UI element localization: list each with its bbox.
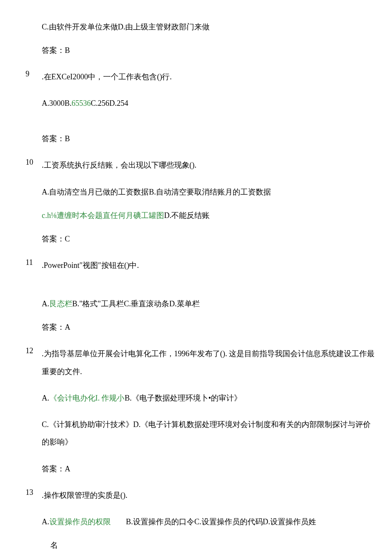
q12-opt-a: 《会计电办化I. 作规小 (49, 394, 125, 402)
q12-text: .为指导基层单位开展会计电算化工作，1996年发布了(). 这是目前指导我国会计… (42, 345, 375, 381)
text: 名 (50, 541, 58, 549)
q13-options: A.设置操作员的权限 B.设置操作员的口令C.设置操作员的代码D.设置操作员姓 (17, 516, 375, 528)
q12-answer: 答案：A (17, 463, 375, 475)
q10-number: 10 (26, 157, 42, 174)
q9-number: 9 (26, 68, 42, 86)
q12-stem: 12 .为指导基层单位开展会计电算化工作，1996年发布了(). 这是目前指导我… (17, 345, 375, 381)
q9-stem: 9 .在EXCeI2000中，一个工作表包含()行. (17, 68, 375, 86)
text: B.《电子数据处理环境卜•的审计》 (125, 394, 242, 402)
q12-options-ab: A.《会计电办化I. 作规小B.《电子数据处理环境卜•的审计》 (17, 392, 375, 404)
q13-options-cont: 名 (17, 540, 375, 551)
q12-options-cd: C.《计算机协助审汁技术》D.《电子计算机数据处理环境对会计制度和有关的内部限制… (17, 416, 375, 451)
q11-options: A.艮态栏B."格式"工具栏C.垂直滚动条D.菜单栏 (17, 298, 375, 310)
q9-options: A.3000B.65536C.256D.254 (17, 98, 375, 109)
text: 答案：B (42, 46, 70, 55)
text: C.《计算机协助审汁技术》D.《电子计算机数据处理环境对会计制度和有关的内部限制… (42, 420, 371, 446)
q11-opt-a: 艮态栏 (49, 299, 72, 308)
text: 答案：A (42, 323, 70, 331)
q12-number: 12 (26, 345, 42, 381)
q11-text: .PowerPoint″视图″按钮在()中. (42, 257, 375, 274)
text: B.设置操作员的口令C.设置操作员的代码D.设置操作员姓 (126, 517, 317, 526)
q11-answer: 答案：A (17, 322, 375, 333)
q9-answer: 答案：B (17, 133, 375, 145)
q10-options-cd: c.h⅛遭缠时本会题直任何月碘工罐图D.不能反结账 (17, 210, 375, 221)
spacer (17, 286, 375, 298)
text: C.256D.254 (91, 99, 128, 108)
q9-opt-b: 65536 (72, 99, 91, 108)
q10-stem: 10 .工资系统执行反结账，会出现以下哪些现象(). (17, 157, 375, 174)
q13-text: .操作权限管理的实质是(). (42, 487, 375, 504)
text: 答案：B (42, 134, 70, 143)
q9-text: .在EXCeI2000中，一个工作表包含()行. (42, 68, 375, 86)
q10-text: .工资系统执行反结账，会出现以下哪些现象(). (42, 157, 375, 174)
text: A.3000B. (42, 99, 72, 108)
q10-opt-d: D.不能反结账 (164, 211, 210, 220)
text: A. (42, 394, 49, 402)
q11-number: 11 (26, 257, 42, 274)
text: A.自动清空当月已做的工资数据B.自动清空要取消结账月的工资数据 (42, 188, 271, 196)
text: B."格式"工具栏C.垂直滚动条D.菜单栏 (72, 299, 200, 308)
spacer (17, 121, 375, 133)
q13-opt-a: 设置操作员的权限 (49, 517, 111, 526)
q10-options-ab: A.自动清空当月已做的工资数据B.自动清空要取消结账月的工资数据 (17, 186, 375, 198)
text: A. (42, 517, 49, 526)
q8-options-cd: C.由软件开发单位来做D.由上级主管财政部门来做 (17, 21, 375, 33)
text: 答案：A (42, 465, 70, 473)
q10-answer: 答案：C (17, 233, 375, 245)
q13-stem: 13 .操作权限管理的实质是(). (17, 487, 375, 504)
text: C.由软件开发单位来做D.由上级主管财政部门来做 (42, 23, 210, 31)
q10-opt-c: c.h⅛遭缠时本会题直任何月碘工罐图 (42, 211, 164, 220)
text: A. (42, 299, 49, 308)
q13-number: 13 (26, 487, 42, 504)
text: 答案：C (42, 235, 70, 243)
q11-stem: 11 .PowerPoint″视图″按钮在()中. (17, 257, 375, 274)
q8-answer: 答案：B (17, 45, 375, 56)
gap (111, 517, 126, 526)
